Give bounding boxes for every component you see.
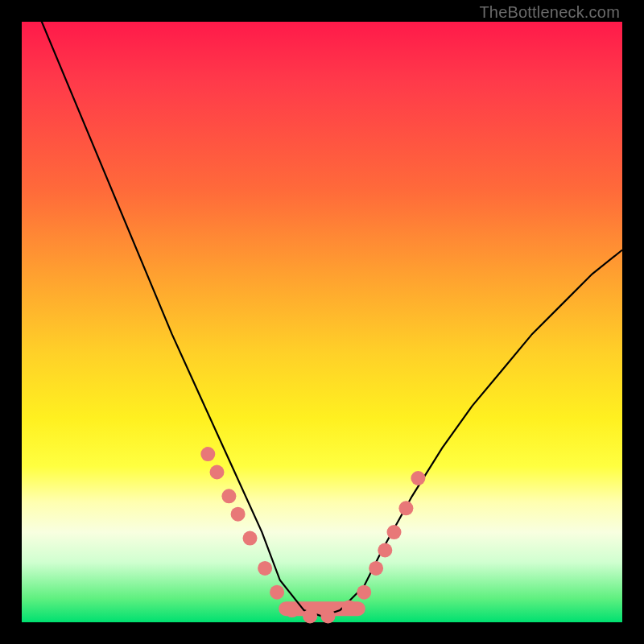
bottleneck-curve xyxy=(22,0,622,617)
highlight-dot xyxy=(387,525,402,539)
highlight-dot xyxy=(303,609,317,624)
highlight-dot xyxy=(221,489,236,503)
highlight-dot xyxy=(357,585,371,600)
watermark-label: TheBottleneck.com xyxy=(479,3,620,22)
highlight-dot xyxy=(398,501,413,515)
highlight-dot xyxy=(369,561,383,576)
highlight-dot xyxy=(210,465,225,480)
highlight-dot xyxy=(231,507,246,522)
highlight-dot xyxy=(243,531,258,546)
chart-container: TheBottleneck.com xyxy=(0,0,644,644)
highlight-dot xyxy=(200,447,215,461)
highlight-dot xyxy=(378,543,392,558)
curve-svg xyxy=(22,22,622,622)
highlight-dot xyxy=(258,561,272,576)
highlight-dot xyxy=(285,603,299,617)
plot-area xyxy=(22,22,622,622)
highlight-dot xyxy=(342,600,357,614)
highlight-dot xyxy=(411,471,425,485)
highlight-dot xyxy=(321,609,336,624)
highlight-dot xyxy=(270,585,284,600)
